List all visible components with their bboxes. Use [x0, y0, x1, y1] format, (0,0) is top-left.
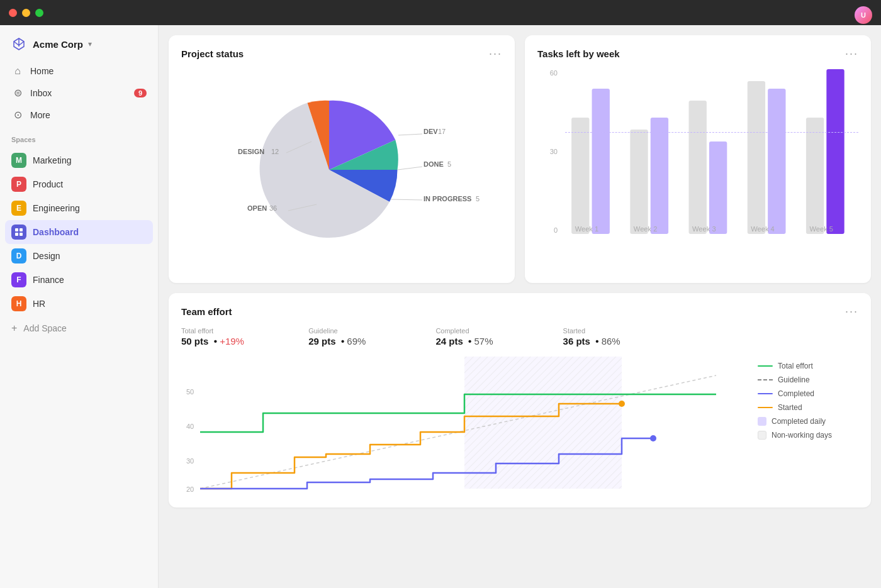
- legend-started: Started: [758, 403, 858, 412]
- sidebar-item-inbox-label: Inbox: [30, 88, 52, 98]
- engineering-icon: E: [11, 201, 26, 216]
- legend-total-effort: Total effort: [758, 362, 858, 370]
- finance-icon: F: [11, 272, 26, 287]
- svg-text:17: 17: [438, 128, 446, 135]
- effort-chart-wrapper: 20 30 40 50: [181, 357, 858, 495]
- stat-guideline-value: 29 pts • 69%: [308, 336, 420, 347]
- y-label-0: 0: [554, 226, 558, 234]
- project-status-card: Project status ···: [169, 35, 515, 283]
- add-space-button[interactable]: + Add Space: [0, 318, 158, 338]
- sidebar-item-home[interactable]: ⌂ Home: [5, 60, 153, 82]
- sidebar-item-more-label: More: [30, 110, 50, 120]
- inbox-badge: 9: [134, 89, 147, 97]
- sidebar-item-inbox[interactable]: ⊜ Inbox 9: [5, 82, 153, 104]
- project-status-more[interactable]: ···: [489, 48, 502, 59]
- legend-guideline-label: Guideline: [778, 375, 810, 384]
- svg-text:12: 12: [271, 148, 279, 155]
- svg-rect-27: [806, 118, 824, 234]
- completed-daily-swatch: [758, 417, 766, 426]
- svg-rect-19: [571, 118, 589, 234]
- product-label: Product: [33, 179, 63, 189]
- svg-rect-21: [630, 130, 648, 234]
- add-icon: +: [11, 323, 17, 334]
- svg-line-9: [398, 167, 422, 170]
- started-line-icon: [758, 407, 773, 408]
- sidebar-item-hr[interactable]: H HR: [5, 292, 153, 316]
- effort-svg: 20 30 40 50: [181, 357, 748, 495]
- sidebar-item-finance[interactable]: F Finance: [5, 268, 153, 292]
- svg-text:Week 3: Week 3: [692, 225, 716, 233]
- svg-rect-1: [20, 228, 23, 231]
- pie-chart: DEV 17 DONE 5 IN PROGRESS 5 OPEN 36 DESI…: [181, 69, 502, 270]
- svg-line-12: [391, 199, 422, 200]
- sidebar-nav: ⌂ Home ⊜ Inbox 9 ⊙ More: [0, 58, 158, 128]
- sidebar-item-more[interactable]: ⊙ More: [5, 104, 153, 126]
- svg-point-43: [650, 435, 656, 441]
- team-effort-title: Team effort: [181, 306, 232, 317]
- y-axis: 0 30 60: [537, 69, 561, 234]
- avatar[interactable]: U: [855, 6, 872, 24]
- svg-text:DONE: DONE: [424, 160, 444, 168]
- stat-total-effort: Total effort 50 pts • +19%: [181, 327, 308, 347]
- legend-non-working-label: Non-working days: [772, 431, 832, 440]
- svg-line-6: [398, 134, 422, 135]
- tasks-week-more[interactable]: ···: [845, 48, 858, 59]
- design-label: Design: [33, 251, 60, 261]
- stat-completed: Completed 24 pts • 57%: [435, 327, 563, 347]
- dashboard-label: Dashboard: [33, 227, 79, 237]
- svg-text:50: 50: [186, 388, 194, 396]
- chevron-down-icon: ▾: [88, 40, 92, 48]
- svg-text:20: 20: [186, 485, 194, 493]
- inbox-icon: ⊜: [11, 87, 24, 99]
- svg-text:DESIGN: DESIGN: [238, 148, 264, 155]
- hr-icon: H: [11, 296, 26, 311]
- sidebar-item-dashboard[interactable]: Dashboard: [5, 220, 153, 244]
- sidebar-item-engineering[interactable]: E Engineering: [5, 196, 153, 220]
- top-row: Project status ···: [169, 35, 871, 283]
- legend-total-label: Total effort: [778, 362, 813, 370]
- svg-text:Week 1: Week 1: [575, 225, 599, 233]
- marketing-icon: M: [11, 153, 26, 168]
- svg-text:OPEN: OPEN: [247, 204, 267, 212]
- svg-rect-40: [464, 357, 622, 489]
- maximize-button[interactable]: [35, 9, 43, 17]
- svg-rect-23: [689, 101, 707, 234]
- finance-label: Finance: [33, 275, 64, 285]
- stat-started-label: Started: [563, 327, 675, 335]
- svg-rect-25: [748, 81, 765, 234]
- sidebar-item-marketing[interactable]: M Marketing: [5, 148, 153, 172]
- team-effort-more[interactable]: ···: [845, 306, 858, 317]
- tasks-week-header: Tasks left by week ···: [537, 48, 858, 59]
- sidebar-item-product[interactable]: P Product: [5, 172, 153, 196]
- close-button[interactable]: [9, 9, 17, 17]
- sidebar-item-design[interactable]: D Design: [5, 244, 153, 268]
- stat-total-value: 50 pts • +19%: [181, 336, 293, 347]
- bar-svg: Week 1 Week 2 Week 3 Week 4 Week 5: [565, 69, 858, 234]
- y-label-60: 60: [550, 69, 558, 77]
- team-effort-header: Team effort ···: [181, 306, 858, 317]
- stat-completed-value: 24 pts • 57%: [435, 336, 547, 347]
- guideline: [565, 132, 858, 133]
- stat-started: Started 36 pts • 86%: [563, 327, 690, 347]
- svg-rect-28: [826, 69, 844, 234]
- company-logo: [10, 35, 28, 53]
- total-effort-line-icon: [758, 365, 773, 367]
- company-header[interactable]: Acme Corp ▾: [0, 25, 158, 58]
- sidebar: Acme Corp ▾ ⌂ Home ⊜ Inbox 9 ⊙ More Spac…: [0, 25, 159, 588]
- add-space-label: Add Space: [23, 323, 67, 333]
- team-effort-card: Team effort ··· Total effort 50 pts • +1…: [169, 293, 871, 508]
- svg-rect-22: [651, 118, 668, 234]
- project-status-title: Project status: [181, 48, 244, 59]
- legend-guideline: Guideline: [758, 375, 858, 384]
- svg-text:5: 5: [447, 160, 451, 168]
- engineering-label: Engineering: [33, 203, 80, 213]
- stat-total-label: Total effort: [181, 327, 293, 335]
- svg-point-42: [619, 401, 625, 407]
- legend-completed-daily-label: Completed daily: [772, 417, 826, 426]
- legend-completed-label: Completed: [778, 389, 814, 398]
- marketing-label: Marketing: [33, 155, 71, 165]
- legend-completed: Completed: [758, 389, 858, 398]
- minimize-button[interactable]: [22, 9, 30, 17]
- effort-chart: 20 30 40 50: [181, 357, 748, 495]
- svg-text:Week 4: Week 4: [751, 225, 775, 233]
